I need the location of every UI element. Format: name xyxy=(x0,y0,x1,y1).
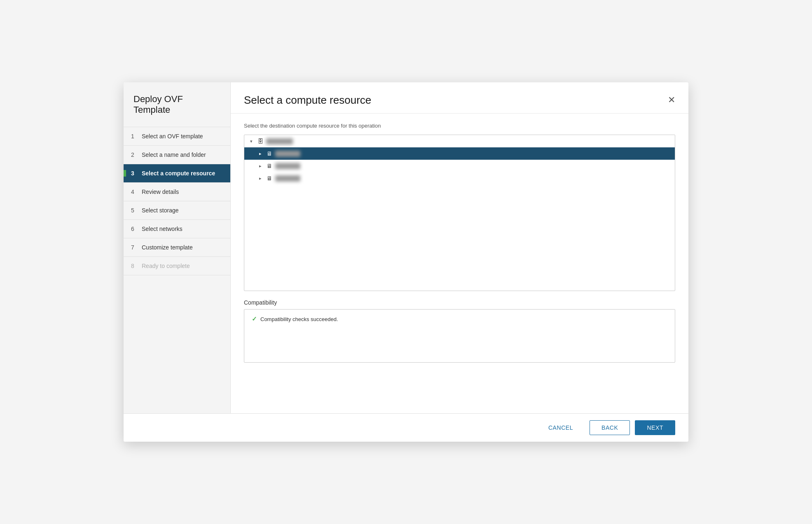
main-subtitle: Select the destination compute resource … xyxy=(244,123,675,129)
step-label-5: Select storage xyxy=(142,207,179,214)
host-icon-3: 🖥 xyxy=(267,175,272,182)
tree-label-2: 10.21.40.6 xyxy=(275,163,300,169)
sidebar-step-2[interactable]: 2Select a name and folder xyxy=(124,146,230,164)
main-scroll: Select the destination compute resource … xyxy=(231,114,688,413)
compatibility-status: ✓ Compatibility checks succeeded. xyxy=(252,315,667,323)
chevron-icon-0: ▾ xyxy=(250,139,255,144)
sidebar-step-7[interactable]: 7Customize template xyxy=(124,238,230,257)
main-content: Select a compute resource ✕ Select the d… xyxy=(231,82,688,413)
step-label-2: Select a name and folder xyxy=(142,151,206,158)
step-num-7: 7 xyxy=(131,244,138,251)
step-label-3: Select a compute resource xyxy=(142,170,215,177)
compatibility-label: Compatibility xyxy=(244,299,675,306)
step-indicator-5 xyxy=(124,207,126,214)
close-button[interactable]: ✕ xyxy=(668,95,675,105)
sidebar-step-5[interactable]: 5Select storage xyxy=(124,201,230,220)
step-label-6: Select networks xyxy=(142,226,183,232)
step-num-1: 1 xyxy=(131,133,138,140)
step-num-5: 5 xyxy=(131,207,138,214)
step-indicator-3 xyxy=(124,170,126,177)
sidebar-step-8: 8Ready to complete xyxy=(124,257,230,275)
tree-label-0: vshere-hub xyxy=(266,138,293,144)
main-title: Select a compute resource xyxy=(244,94,371,107)
dialog-body: Deploy OVF Template 1Select an OVF templ… xyxy=(124,82,688,413)
sidebar-step-6[interactable]: 6Select networks xyxy=(124,220,230,238)
tree-item-1[interactable]: ▸🖥10.21.40.5 xyxy=(244,147,675,160)
step-num-3: 3 xyxy=(131,170,138,177)
sidebar: Deploy OVF Template 1Select an OVF templ… xyxy=(124,82,231,413)
tree-label-3: 10.21.40.7 xyxy=(275,175,300,182)
sidebar-step-1[interactable]: 1Select an OVF template xyxy=(124,127,230,146)
step-indicator-7 xyxy=(124,244,126,251)
step-num-4: 4 xyxy=(131,189,138,195)
chevron-icon-2: ▸ xyxy=(259,163,264,169)
main-header: Select a compute resource ✕ xyxy=(231,82,688,114)
tree-item-3[interactable]: ▸🖥10.21.40.7 xyxy=(244,172,675,184)
tree-item-0[interactable]: ▾🗄vshere-hub xyxy=(244,135,675,147)
step-num-2: 2 xyxy=(131,151,138,158)
deploy-ovf-dialog: Deploy OVF Template 1Select an OVF templ… xyxy=(124,82,688,442)
check-icon: ✓ xyxy=(252,315,257,323)
compatibility-message: Compatibility checks succeeded. xyxy=(260,316,338,322)
host-icon-2: 🖥 xyxy=(267,163,272,169)
next-button[interactable]: NEXT xyxy=(635,420,675,435)
chevron-icon-1: ▸ xyxy=(259,151,264,156)
step-label-7: Customize template xyxy=(142,244,193,251)
step-label-4: Review details xyxy=(142,189,179,195)
step-indicator-2 xyxy=(124,151,126,158)
sidebar-step-3[interactable]: 3Select a compute resource xyxy=(124,164,230,183)
step-indicator-8 xyxy=(124,263,126,269)
compatibility-panel: ✓ Compatibility checks succeeded. xyxy=(244,309,675,363)
resource-tree-panel: ▾🗄vshere-hub▸🖥10.21.40.5▸🖥10.21.40.6▸🖥10… xyxy=(244,135,675,291)
tree-label-1: 10.21.40.5 xyxy=(275,151,300,157)
step-num-6: 6 xyxy=(131,226,138,232)
host-icon-1: 🖥 xyxy=(267,150,272,157)
sidebar-title: Deploy OVF Template xyxy=(124,82,230,127)
step-indicator-1 xyxy=(124,133,126,140)
step-indicator-4 xyxy=(124,189,126,195)
cancel-button[interactable]: CANCEL xyxy=(537,421,585,435)
back-button[interactable]: BACK xyxy=(590,420,630,435)
chevron-icon-3: ▸ xyxy=(259,176,264,181)
step-label-1: Select an OVF template xyxy=(142,133,203,140)
dialog-footer: CANCEL BACK NEXT xyxy=(124,413,688,442)
sidebar-step-4[interactable]: 4Review details xyxy=(124,183,230,201)
step-indicator-6 xyxy=(124,226,126,232)
step-label-8: Ready to complete xyxy=(142,263,190,269)
step-num-8: 8 xyxy=(131,263,138,269)
host-icon-0: 🗄 xyxy=(257,138,263,144)
sidebar-steps: 1Select an OVF template2Select a name an… xyxy=(124,127,230,413)
tree-item-2[interactable]: ▸🖥10.21.40.6 xyxy=(244,160,675,172)
